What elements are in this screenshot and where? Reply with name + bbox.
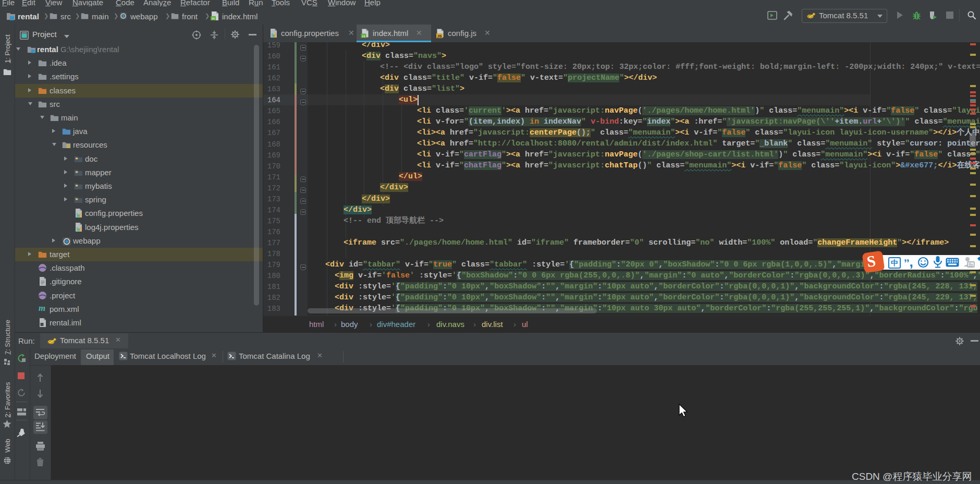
svg-text:JS: JS (437, 34, 442, 39)
svg-text:H: H (362, 34, 365, 39)
svg-text:H: H (212, 17, 214, 20)
